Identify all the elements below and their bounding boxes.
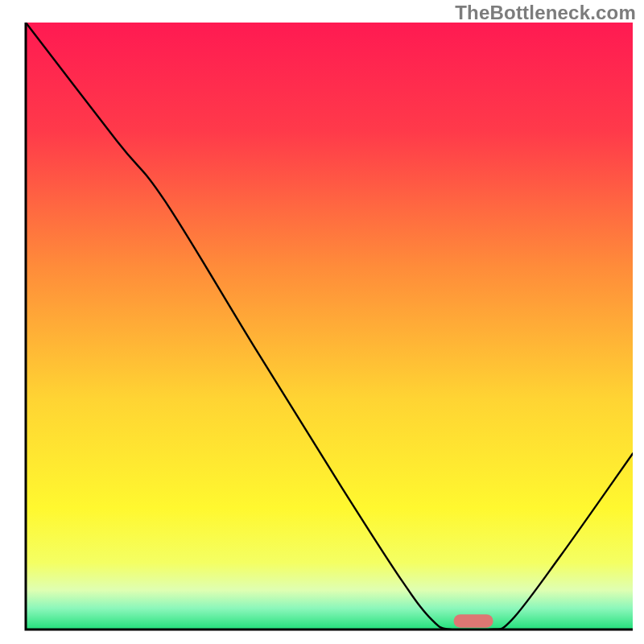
plot-background bbox=[26, 23, 633, 630]
watermark-text: TheBottleneck.com bbox=[455, 2, 636, 24]
optimal-marker bbox=[454, 614, 493, 628]
chart-svg bbox=[0, 0, 644, 644]
chart-canvas: TheBottleneck.com bbox=[0, 0, 644, 644]
